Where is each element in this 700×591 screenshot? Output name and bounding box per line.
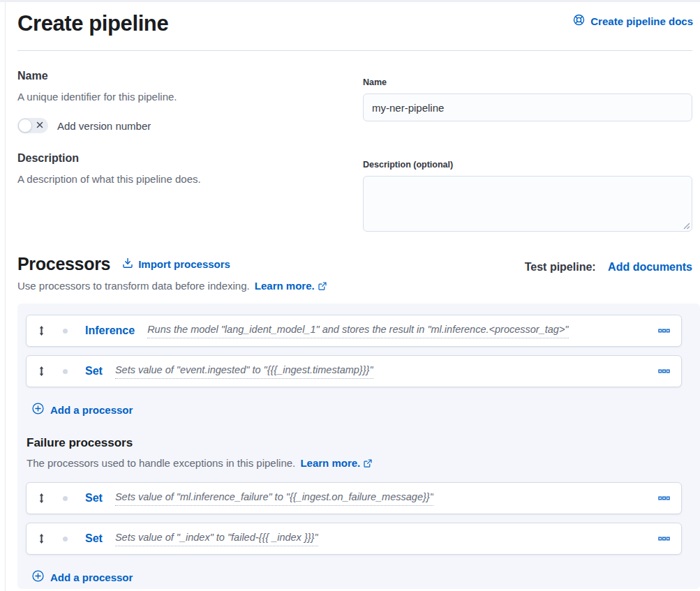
textarea-resize-handle[interactable] [683,222,690,230]
failure-subtitle-text: The processors used to handle exceptions… [27,457,295,469]
processor-status-dot [63,369,68,374]
drag-handle-icon[interactable] [36,493,47,504]
processor-description: Sets value of "_index" to "failed-{{{ _i… [115,532,318,546]
create-pipeline-docs-label: Create pipeline docs [590,15,693,27]
import-processors-link[interactable]: Import processors [122,257,230,271]
add-version-toggle[interactable] [17,118,48,133]
drag-handle-icon[interactable] [36,366,47,377]
description-form-row: Description A description of what this p… [17,151,692,232]
name-field-label: Name [363,77,692,88]
processors-learn-more-link[interactable]: Learn more. [255,280,315,292]
add-processor-label: Add a processor [50,404,133,416]
name-section-help: A unique identifier for this pipeline. [17,90,342,104]
add-documents-link[interactable]: Add documents [608,261,692,273]
page-top-edge [0,0,700,2]
pipeline-description-textarea[interactable] [363,176,692,232]
processor-name-link[interactable]: Set [85,492,103,504]
failure-processors-title: Failure processors [27,435,682,451]
import-tray-down-arrow-icon [122,257,133,271]
drag-handle-icon[interactable] [36,325,47,336]
plus-in-circle-icon [32,570,44,584]
name-section-title: Name [17,69,342,83]
create-pipeline-docs-link[interactable]: Create pipeline docs [573,14,693,28]
processors-header: Processors Import processors Test pipeli… [17,253,692,275]
add-failure-processor-link[interactable]: Add a processor [32,570,133,584]
processor-more-button[interactable] [657,324,671,338]
toggle-knob [18,119,32,133]
name-form-row: Name A unique identifier for this pipeli… [17,69,692,133]
page-title: Create pipeline [17,10,168,38]
external-link-icon [318,280,327,292]
processor-name-link[interactable]: Set [85,532,103,545]
processor-status-dot [63,537,68,541]
processor-row-set: Set Sets value of "event.ingested" to "{… [26,355,682,387]
processor-more-button[interactable] [657,491,671,505]
plus-in-circle-icon [32,403,44,417]
processor-status-dot [63,496,68,501]
processor-row-inference: Inference Runs the model "lang_ident_mod… [26,315,682,347]
description-section-info: Description A description of what this p… [17,151,363,232]
add-failure-processor-label: Add a processor [50,571,133,583]
processors-subtitle-text: Use processors to transform data before … [17,280,250,292]
processor-description: Sets value of "event.ingested" to "{{{_i… [115,364,373,379]
failure-learn-more-link[interactable]: Learn more. [300,457,360,469]
drag-handle-icon[interactable] [36,533,47,544]
test-pipeline-group: Test pipeline: Add documents [525,260,692,275]
processor-status-dot [63,329,68,334]
processor-description: Runs the model "lang_ident_model_1" and … [147,324,568,338]
add-processor-link[interactable]: Add a processor [32,403,133,417]
x-mark-icon [36,121,44,131]
description-section-title: Description [17,151,342,165]
processor-more-button[interactable] [657,364,671,378]
external-link-icon [364,458,372,470]
add-version-toggle-label: Add version number [57,120,151,132]
processor-more-button[interactable] [657,532,671,546]
processor-description: Sets value of "ml.inference_failure" to … [115,491,433,506]
name-section-info: Name A unique identifier for this pipeli… [17,69,363,133]
header-divider [17,50,692,51]
failure-processors-subtitle: The processors used to handle exceptions… [27,456,682,471]
processors-subtitle: Use processors to transform data before … [17,279,692,294]
import-processors-label: Import processors [138,258,230,270]
description-field-group: Description (optional) [363,151,692,232]
failure-processor-row-set-1: Set Sets value of "ml.inference_failure"… [26,482,682,514]
version-toggle-row: Add version number [17,118,342,133]
page-left-edge [5,2,6,591]
processor-name-link[interactable]: Set [85,365,103,377]
help-life-ring-icon [573,14,585,28]
failure-processor-row-set-2: Set Sets value of "_index" to "failed-{{… [26,523,682,555]
test-pipeline-label: Test pipeline: [525,261,596,273]
name-field-group: Name [363,69,692,133]
processors-panel: Inference Runs the model "lang_ident_mod… [17,304,700,589]
description-section-help: A description of what this pipeline does… [17,172,342,186]
page-header: Create pipeline Create pipeline docs [0,0,700,38]
processor-name-link[interactable]: Inference [85,324,135,337]
pipeline-name-input[interactable] [363,93,692,121]
description-field-label: Description (optional) [363,159,692,170]
processors-title: Processors [17,253,110,275]
